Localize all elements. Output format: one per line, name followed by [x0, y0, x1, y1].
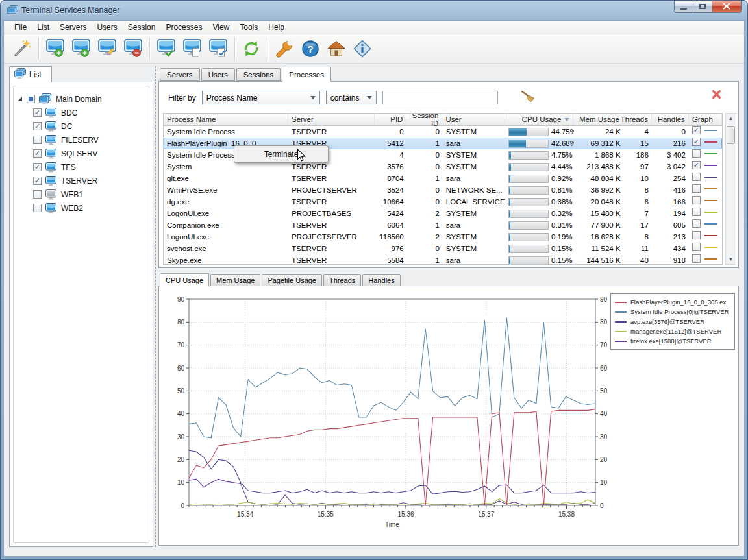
- context-menu-item-terminate[interactable]: Terminate: [264, 150, 299, 159]
- sidebar-tab-list[interactable]: List: [9, 66, 52, 82]
- connect-check-button[interactable]: [153, 36, 179, 61]
- connect-select-button[interactable]: [205, 36, 231, 61]
- menu-item-tools[interactable]: Tools: [234, 21, 263, 33]
- refresh-button[interactable]: [238, 36, 264, 61]
- menu-item-file[interactable]: File: [9, 21, 32, 33]
- menu-item-list[interactable]: List: [32, 21, 55, 33]
- scrollbar-thumb[interactable]: [727, 126, 735, 144]
- graph-checkbox[interactable]: [692, 173, 701, 181]
- column-header-session-id[interactable]: Session ID: [406, 114, 442, 125]
- tab-sessions[interactable]: Sessions: [236, 68, 281, 81]
- broom-icon[interactable]: [521, 90, 536, 105]
- server-checkbox[interactable]: [33, 190, 42, 199]
- connect-page-button[interactable]: [179, 36, 205, 61]
- column-header-handles[interactable]: Handles: [652, 114, 689, 125]
- server-checkbox[interactable]: ✓: [33, 108, 42, 117]
- graph-checkbox[interactable]: [692, 149, 701, 158]
- table-row[interactable]: Skype.exeTSERVER55841sara0.15%144 516 K4…: [164, 254, 722, 265]
- graph-checkbox[interactable]: [692, 254, 701, 263]
- graph-checkbox[interactable]: [692, 231, 701, 239]
- tree-item-web1[interactable]: WEB1: [16, 188, 146, 201]
- panel-splitter[interactable]: [155, 66, 157, 547]
- table-row[interactable]: dg.exeTSERVER106640LOCAL SERVICE0.38%20 …: [164, 196, 722, 208]
- column-header-threads[interactable]: Threads: [623, 114, 652, 125]
- table-scrollbar[interactable]: ▲ ▼: [725, 113, 736, 265]
- minimize-button[interactable]: [674, 1, 693, 13]
- scroll-up-icon[interactable]: ▲: [726, 114, 736, 123]
- tree-expander-icon[interactable]: [16, 96, 23, 102]
- column-header-mem-usage[interactable]: Mem Usage: [573, 114, 623, 125]
- column-header-process-name[interactable]: Process Name: [164, 114, 288, 125]
- graph-checkbox[interactable]: ✓: [692, 161, 701, 169]
- table-row[interactable]: git.exeTSERVER87041sara0.92%48 804 K1025…: [164, 173, 722, 184]
- server-checkbox[interactable]: ✓: [33, 149, 42, 158]
- close-button[interactable]: [712, 1, 742, 13]
- table-row[interactable]: svchost.exeTSERVER9760SYSTEM0.15%11 524 …: [164, 243, 722, 254]
- maximize-button[interactable]: [693, 1, 712, 13]
- menu-item-session[interactable]: Session: [123, 21, 161, 33]
- tree-item-fileserv[interactable]: FILESERV: [16, 133, 146, 147]
- table-row[interactable]: System Idle ProcessTSERVER00SYSTEM44.75%…: [164, 126, 722, 138]
- tree-root-checkbox[interactable]: [27, 95, 35, 103]
- column-header-user[interactable]: User: [442, 114, 505, 125]
- table-row[interactable]: LogonUI.exePROJECTBASES54242SYSTEM0.32%1…: [164, 208, 722, 219]
- magic-wand-button[interactable]: [9, 36, 35, 61]
- column-header-server[interactable]: Server: [288, 114, 375, 125]
- tree-item-sqlserv[interactable]: ✓ SQLSERV: [16, 147, 146, 160]
- filter-field-combobox[interactable]: Process Name: [202, 91, 320, 104]
- tab-threads[interactable]: Threads: [323, 274, 361, 286]
- menu-item-help[interactable]: Help: [263, 21, 290, 33]
- home-button[interactable]: [323, 36, 349, 61]
- menu-item-view[interactable]: View: [207, 21, 234, 33]
- tab-users[interactable]: Users: [201, 68, 235, 81]
- tab-servers[interactable]: Servers: [160, 68, 200, 81]
- wrench-button[interactable]: [271, 36, 297, 61]
- menu-item-users[interactable]: Users: [92, 21, 122, 33]
- tree-item-bdc[interactable]: ✓ BDC: [16, 106, 146, 119]
- add-server-group-button[interactable]: [68, 36, 94, 61]
- column-header-pid[interactable]: PID: [375, 114, 406, 125]
- table-row[interactable]: WmiPrvSE.exePROJECTSERVER35240NETWORK SE…: [164, 184, 722, 196]
- graph-checkbox[interactable]: [692, 184, 701, 193]
- cell-pid: 3524: [375, 184, 407, 196]
- title-bar[interactable]: Terminal Services Manager: [1, 1, 747, 20]
- tab-processes[interactable]: Processes: [282, 67, 331, 82]
- server-checkbox[interactable]: ✓: [33, 177, 42, 185]
- column-header-cpu-usage[interactable]: CPU Usage: [505, 114, 574, 125]
- graph-checkbox[interactable]: ✓: [692, 138, 701, 146]
- server-checkbox[interactable]: ✓: [33, 163, 42, 171]
- filter-text-input[interactable]: [382, 91, 498, 104]
- server-checkbox[interactable]: [33, 136, 42, 144]
- server-checkbox[interactable]: [33, 204, 42, 212]
- menu-item-processes[interactable]: Processes: [160, 21, 207, 33]
- column-header-graph[interactable]: Graph: [689, 114, 722, 125]
- edit-server-button[interactable]: [94, 36, 120, 61]
- tree-item-tserver[interactable]: ✓ TSERVER: [16, 174, 146, 188]
- graph-checkbox[interactable]: [692, 196, 701, 204]
- graph-checkbox[interactable]: [692, 243, 701, 251]
- graph-line-swatch: [704, 212, 717, 213]
- scroll-down-icon[interactable]: ▼: [726, 254, 736, 264]
- add-server-button[interactable]: [42, 36, 68, 61]
- tree-item-dc[interactable]: ✓ DC: [16, 119, 146, 133]
- graph-checkbox[interactable]: ✓: [692, 126, 701, 134]
- cell-process-name: svchost.exe: [164, 243, 288, 254]
- server-checkbox[interactable]: ✓: [33, 122, 42, 130]
- graph-checkbox[interactable]: [692, 208, 701, 216]
- table-row[interactable]: LogonUI.exePROJECTSERVER1185602SYSTEM0.1…: [164, 231, 722, 243]
- menu-item-servers[interactable]: Servers: [55, 21, 92, 33]
- filter-operator-combobox[interactable]: contains: [326, 91, 377, 104]
- help-button[interactable]: ?: [297, 36, 323, 61]
- tab-mem-usage[interactable]: Mem Usage: [210, 274, 260, 286]
- about-button[interactable]: [349, 36, 375, 61]
- tree-root-main-domain[interactable]: Main Domain: [16, 92, 146, 106]
- close-filter-icon[interactable]: [712, 90, 721, 102]
- graph-checkbox[interactable]: [692, 219, 701, 228]
- tab-handles[interactable]: Handles: [362, 274, 400, 286]
- tab-pagefile-usage[interactable]: Pagefile Usage: [262, 274, 322, 286]
- remove-server-button[interactable]: [120, 36, 146, 61]
- tab-cpu-usage[interactable]: CPU Usage: [160, 273, 209, 287]
- tree-item-tfs[interactable]: ✓ TFS: [16, 160, 146, 174]
- table-row[interactable]: Companion.exeTSERVER60641sara0.31%77 900…: [164, 219, 722, 231]
- tree-item-web2[interactable]: WEB2: [16, 201, 146, 215]
